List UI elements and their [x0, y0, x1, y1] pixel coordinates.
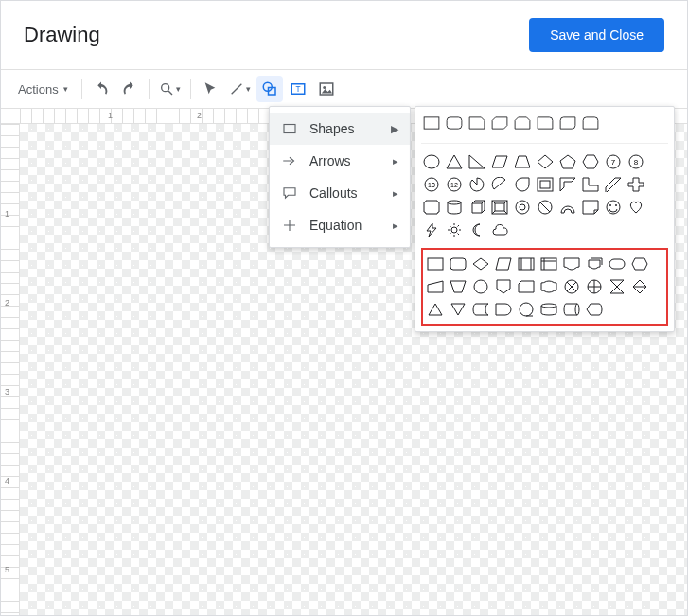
svg-point-8 [323, 86, 326, 89]
shape-rectangle[interactable] [421, 113, 442, 133]
shape-parallelogram[interactable] [489, 151, 510, 172]
shape-cube[interactable] [467, 197, 487, 218]
svg-text:T: T [295, 85, 300, 94]
flow-terminator[interactable] [607, 254, 627, 274]
menu-item-equation[interactable]: Equation ▸ [270, 209, 410, 241]
svg-rect-21 [538, 178, 553, 191]
shape-folded-corner[interactable] [580, 197, 601, 218]
svg-rect-47 [541, 258, 556, 270]
shape-heart[interactable] [626, 197, 646, 218]
shape-smiley[interactable] [603, 197, 624, 218]
shape-sun[interactable] [444, 220, 465, 240]
flow-multidocument[interactable] [584, 254, 605, 274]
shape-moon[interactable] [467, 220, 487, 240]
flow-internal-storage[interactable] [538, 254, 559, 274]
svg-point-26 [516, 201, 529, 214]
svg-point-27 [520, 204, 525, 210]
shape-no-symbol[interactable] [535, 197, 556, 218]
shape-donut[interactable] [512, 197, 533, 218]
shape-cross[interactable] [626, 174, 646, 195]
shape-teardrop[interactable] [512, 174, 533, 195]
shape-ellipse[interactable] [421, 151, 442, 172]
image-icon [318, 80, 335, 97]
shape-hexagon[interactable] [580, 151, 601, 172]
shape-cloud[interactable] [489, 220, 510, 240]
menu-item-shapes[interactable]: Shapes ▶ [270, 113, 410, 145]
flow-summing[interactable] [561, 276, 582, 297]
shape-block-arc[interactable] [557, 197, 578, 218]
flow-connector[interactable] [470, 276, 491, 297]
shape-can[interactable] [444, 197, 465, 218]
shape-octagon[interactable]: 8 [626, 151, 646, 172]
flow-document[interactable] [561, 254, 582, 274]
shape-pie[interactable] [467, 174, 487, 195]
flow-seq-access[interactable] [516, 299, 537, 320]
menu-item-arrows[interactable]: Arrows ▸ [270, 145, 410, 177]
flow-predefined[interactable] [516, 254, 537, 274]
flow-manual-op[interactable] [448, 276, 468, 297]
shape-l[interactable] [580, 174, 601, 195]
flow-delay[interactable] [493, 299, 514, 320]
flow-alt-process[interactable] [448, 254, 468, 274]
flow-card[interactable] [516, 276, 537, 297]
shape-diag-stripe[interactable] [603, 174, 624, 195]
flow-extract[interactable] [425, 299, 446, 320]
flow-or[interactable] [584, 276, 605, 297]
shape-rounded-rectangle[interactable] [444, 113, 465, 133]
textbox-tool-button[interactable]: T [285, 76, 311, 102]
image-tool-button[interactable] [313, 76, 340, 102]
shape-right-triangle[interactable] [467, 151, 487, 172]
flow-display[interactable] [584, 299, 605, 320]
shape-heptagon[interactable]: 7 [603, 151, 624, 172]
flow-data[interactable] [493, 254, 514, 274]
shape-chord[interactable] [489, 174, 510, 195]
shape-snip-diag[interactable] [489, 113, 510, 133]
shape-frame[interactable] [535, 174, 556, 195]
flow-process[interactable] [425, 254, 446, 274]
arrow-icon [281, 152, 298, 169]
flow-magnetic-disk[interactable] [538, 299, 559, 320]
actions-menu-button[interactable]: Actions ▾ [10, 76, 76, 102]
shape-dodecagon[interactable]: 12 [444, 174, 465, 195]
caret-down-icon: ▾ [246, 84, 251, 94]
flow-manual-input[interactable] [425, 276, 446, 297]
zoom-icon [159, 81, 174, 97]
svg-rect-43 [450, 258, 466, 270]
flow-stored-data[interactable] [470, 299, 491, 320]
shape-bevel[interactable] [489, 197, 510, 218]
shape-round-diag[interactable] [557, 113, 578, 133]
shape-pentagon[interactable] [557, 151, 578, 172]
shape-round-top[interactable] [580, 113, 601, 133]
shape-snip-corner[interactable] [467, 113, 487, 133]
flow-sort[interactable] [629, 276, 650, 297]
svg-text:7: 7 [611, 158, 616, 167]
flow-merge[interactable] [448, 299, 468, 320]
flow-direct-access[interactable] [561, 299, 582, 320]
shape-decagon[interactable]: 10 [421, 174, 442, 195]
save-and-close-button[interactable]: Save and Close [529, 18, 664, 52]
shape-round-one[interactable] [535, 113, 556, 133]
flow-offpage[interactable] [493, 276, 514, 297]
flow-decision[interactable] [470, 254, 491, 274]
shape-trapezoid[interactable] [512, 151, 533, 172]
flow-preparation[interactable] [629, 254, 650, 274]
flow-collate[interactable] [607, 276, 627, 297]
shape-icon [261, 80, 278, 97]
redo-button[interactable] [116, 76, 143, 102]
shape-snip-top[interactable] [512, 113, 533, 133]
shape-tool-button[interactable] [256, 76, 283, 102]
flow-punched-tape[interactable] [538, 276, 559, 297]
menu-item-callouts[interactable]: Callouts ▸ [270, 177, 410, 209]
shape-half-frame[interactable] [557, 174, 578, 195]
shape-plaque[interactable] [421, 197, 442, 218]
shape-triangle[interactable] [444, 151, 465, 172]
line-tool-button[interactable]: ▾ [225, 76, 255, 102]
select-tool-button[interactable] [197, 76, 223, 102]
shape-lightning[interactable] [421, 220, 442, 240]
svg-point-32 [615, 204, 617, 206]
zoom-button[interactable]: ▾ [155, 76, 185, 102]
svg-rect-50 [609, 259, 625, 269]
shape-diamond[interactable] [535, 151, 556, 172]
undo-button[interactable] [88, 76, 115, 102]
cursor-icon [203, 81, 218, 97]
